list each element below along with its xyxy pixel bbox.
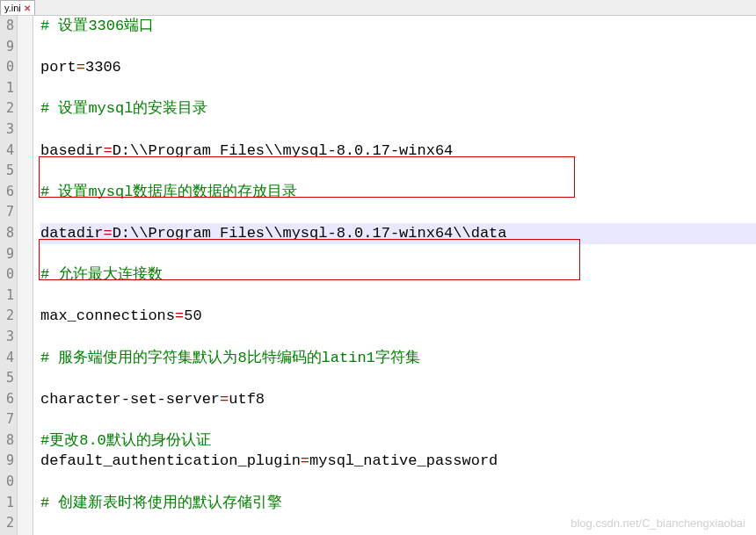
code-line (40, 286, 756, 307)
line-number: 1 (0, 286, 14, 307)
code-line (40, 244, 756, 265)
line-number: 1 (0, 78, 14, 99)
code-line: # 设置mysql的安装目录 (40, 98, 756, 119)
line-number: 8 (0, 223, 14, 244)
line-number: 4 (0, 141, 14, 162)
code-line: basedir=D:\\Program Files\\mysql-8.0.17-… (40, 141, 756, 162)
line-number: 3 (0, 327, 14, 348)
code-line (40, 327, 756, 348)
code-line (40, 37, 756, 58)
tab-filename: y.ini (4, 3, 21, 13)
line-number: 2 (0, 98, 14, 119)
code-line (40, 161, 756, 182)
close-icon[interactable]: ✕ (24, 4, 31, 13)
line-number: 8 (0, 430, 14, 452)
editor-area: 89012345678901234567890123 # 设置3306端口 po… (0, 16, 756, 535)
line-number: 2 (0, 513, 14, 534)
watermark: blog.csdn.net/C_bianchengxiaobai (571, 517, 745, 530)
code-line (40, 472, 756, 493)
code-line: # 设置mysql数据库的数据的存放目录 (40, 182, 756, 203)
code-line: # 创建新表时将使用的默认存储引擎 (40, 493, 756, 514)
code-line: # 设置3306端口 (40, 16, 756, 37)
line-number: 0 (0, 264, 14, 286)
line-number: 1 (0, 493, 14, 514)
code-line: character-set-server=utf8 (40, 389, 756, 410)
line-number: 9 (0, 451, 14, 472)
file-tab[interactable]: y.ini ✕ (0, 0, 35, 15)
line-number: 3 (0, 119, 14, 141)
code-line: port=3306 (40, 57, 756, 78)
line-number: 6 (0, 389, 14, 410)
line-number: 0 (0, 57, 14, 78)
line-number: 7 (0, 409, 14, 430)
line-number: 2 (0, 306, 14, 327)
line-number: 4 (0, 348, 14, 369)
code-line: #更改8.0默认的身份认证 (40, 430, 756, 452)
line-number: 8 (0, 16, 14, 37)
code-line (40, 368, 756, 389)
fold-margin (18, 16, 33, 535)
code-area[interactable]: # 设置3306端口 port=3306 # 设置mysql的安装目录 base… (33, 16, 756, 535)
code-line (40, 202, 756, 223)
code-line: datadir=D:\\Program Files\\mysql-8.0.17-… (40, 223, 756, 244)
code-line: # 服务端使用的字符集默认为8比特编码的latin1字符集 (40, 348, 756, 369)
tab-bar: y.ini ✕ (0, 0, 756, 16)
code-line: # 允许最大连接数 (40, 264, 756, 286)
line-number: 5 (0, 368, 14, 389)
code-line: default_authentication_plugin=mysql_nati… (40, 451, 756, 472)
code-line: max_connections=50 (40, 306, 756, 327)
line-number: 9 (0, 244, 14, 265)
line-number: 7 (0, 202, 14, 223)
line-number-gutter: 89012345678901234567890123 (0, 16, 18, 535)
line-number: 6 (0, 182, 14, 203)
code-line (40, 78, 756, 99)
line-number: 0 (0, 472, 14, 493)
code-line (40, 409, 756, 430)
line-number: 9 (0, 37, 14, 58)
code-line (40, 119, 756, 141)
line-number: 5 (0, 161, 14, 182)
